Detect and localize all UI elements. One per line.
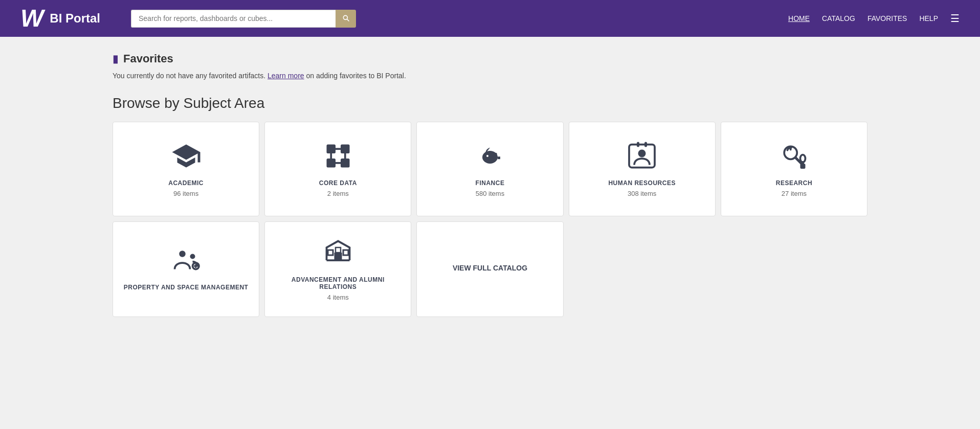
card-core-data-label: CORE DATA [319, 179, 357, 187]
card-catalog-label: VIEW FULL CATALOG [453, 264, 527, 272]
card-advancement[interactable]: ADVANCEMENT AND ALUMNI RELATIONS 4 items [264, 221, 411, 317]
card-academic-count: 96 items [173, 190, 198, 197]
favorites-empty-text: You currently do not have any favorited … [113, 72, 867, 80]
card-core-data-count: 2 items [327, 190, 349, 197]
card-academic-label: ACADEMIC [168, 179, 204, 187]
human-resources-icon [627, 141, 657, 171]
core-data-icon [323, 141, 353, 171]
svg-point-10 [486, 155, 488, 157]
card-human-resources-count: 308 items [628, 190, 656, 197]
card-human-resources-label: HUMAN RESOURCES [608, 179, 676, 187]
header: W BI Portal HOME CATALOG FAVORITES HELP … [0, 0, 980, 37]
search-input[interactable] [131, 10, 336, 28]
research-icon [778, 141, 809, 171]
card-research-count: 27 items [782, 190, 807, 197]
favorites-title: ▮ Favorites [113, 52, 867, 65]
main-content: ▮ Favorites You currently do not have an… [0, 37, 980, 337]
bookmark-icon: ▮ [113, 53, 118, 65]
nav-help[interactable]: HELP [919, 14, 938, 22]
favorites-section: ▮ Favorites You currently do not have an… [113, 52, 867, 80]
svg-rect-17 [800, 164, 806, 169]
card-finance-label: FINANCE [476, 179, 505, 187]
card-advancement-label: ADVANCEMENT AND ALUMNI RELATIONS [275, 276, 400, 290]
learn-more-link[interactable]: Learn more [268, 72, 304, 80]
svg-rect-1 [341, 145, 350, 154]
card-academic[interactable]: ACADEMIC 96 items [113, 122, 259, 216]
search-area [131, 10, 356, 28]
card-view-catalog[interactable]: VIEW FULL CATALOG [416, 221, 563, 317]
finance-icon [475, 141, 505, 171]
logo-area[interactable]: W BI Portal [20, 6, 100, 31]
card-human-resources[interactable]: HUMAN RESOURCES 308 items [569, 122, 716, 216]
svg-rect-0 [326, 145, 336, 154]
advancement-icon [323, 237, 353, 268]
nav-favorites[interactable]: FAVORITES [867, 14, 907, 22]
card-finance[interactable]: FINANCE 580 items [416, 122, 563, 216]
svg-rect-2 [326, 159, 336, 168]
card-research-label: RESEARCH [776, 179, 812, 187]
svg-point-21 [190, 254, 195, 259]
card-advancement-count: 4 items [327, 293, 349, 301]
svg-point-9 [495, 153, 497, 155]
card-property-space[interactable]: PROPERTY AND SPACE MANAGEMENT [113, 221, 259, 317]
subject-area-grid-row1: ACADEMIC 96 items CORE DATA 2 items [113, 122, 867, 216]
nav-home[interactable]: HOME [788, 14, 810, 22]
property-icon [171, 245, 202, 276]
nav-catalog[interactable]: CATALOG [822, 14, 855, 22]
logo-w-icon: W [20, 6, 43, 31]
svg-rect-14 [644, 142, 647, 147]
browse-title: Browse by Subject Area [113, 95, 867, 111]
svg-rect-13 [637, 142, 639, 147]
svg-rect-26 [328, 250, 333, 255]
academic-icon [171, 141, 202, 171]
svg-rect-27 [343, 250, 348, 255]
subject-area-grid-row2: PROPERTY AND SPACE MANAGEMENT ADVANCEMEN… [113, 221, 867, 317]
svg-rect-3 [341, 159, 350, 168]
portal-title: BI Portal [50, 11, 100, 26]
svg-rect-25 [334, 253, 342, 260]
svg-point-8 [482, 151, 498, 164]
search-icon [342, 14, 350, 22]
card-property-label: PROPERTY AND SPACE MANAGEMENT [124, 284, 249, 291]
card-core-data[interactable]: CORE DATA 2 items [264, 122, 411, 216]
svg-point-12 [638, 150, 646, 157]
search-button[interactable] [336, 10, 356, 28]
svg-point-20 [179, 251, 186, 257]
nav-links: HOME CATALOG FAVORITES HELP ☰ [788, 12, 960, 25]
hamburger-menu-button[interactable]: ☰ [950, 12, 960, 25]
card-research[interactable]: RESEARCH 27 items [721, 122, 867, 216]
card-finance-count: 580 items [476, 190, 504, 197]
